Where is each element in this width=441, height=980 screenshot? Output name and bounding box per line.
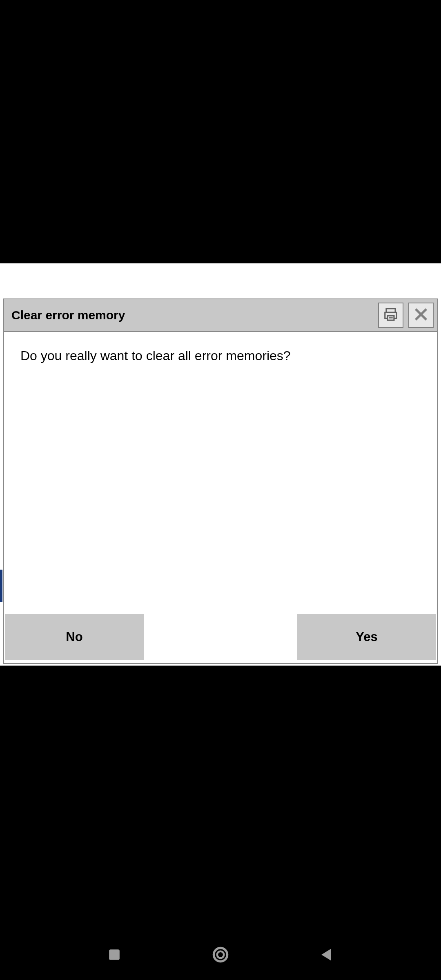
dialog-footer: No Yes — [4, 613, 437, 663]
svg-rect-7 — [109, 949, 120, 960]
recents-icon — [105, 946, 123, 965]
svg-point-8 — [214, 948, 227, 962]
no-button[interactable]: No — [5, 614, 144, 660]
close-button[interactable] — [408, 303, 434, 328]
back-icon — [318, 946, 336, 965]
close-icon — [413, 307, 429, 324]
dialog-body: Do you really want to clear all error me… — [4, 332, 437, 613]
yes-button[interactable]: Yes — [297, 614, 436, 660]
svg-rect-2 — [388, 316, 394, 320]
back-button[interactable] — [314, 943, 339, 968]
confirm-dialog: Clear error memory Do you rea — [3, 298, 438, 664]
print-icon — [383, 307, 399, 324]
print-button[interactable] — [378, 303, 403, 328]
dialog-message: Do you really want to clear all error me… — [20, 347, 421, 365]
home-button[interactable] — [208, 943, 233, 968]
android-navbar — [0, 931, 441, 980]
recents-button[interactable] — [102, 943, 127, 968]
accent-strip — [0, 570, 2, 602]
svg-point-9 — [217, 951, 224, 958]
dialog-title: Clear error memory — [11, 308, 373, 322]
home-icon — [212, 946, 229, 965]
dialog-titlebar: Clear error memory — [4, 299, 437, 332]
